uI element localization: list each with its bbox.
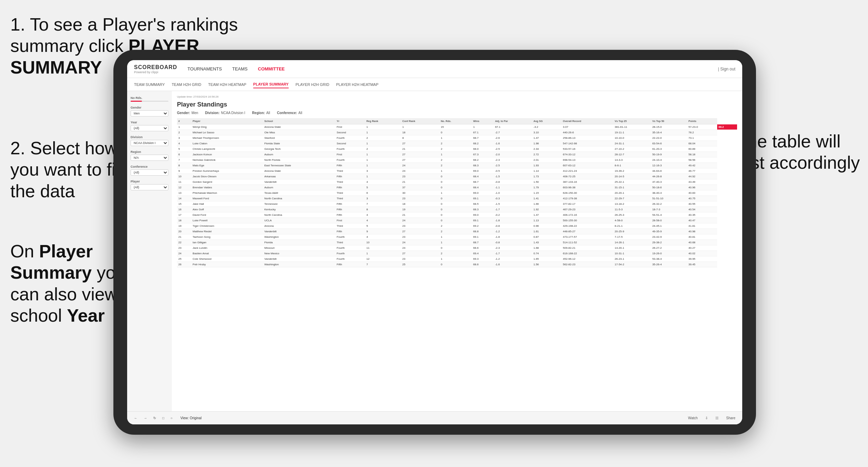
subnav-team-h2h-heatmap[interactable]: TEAM H2H HEATMAP — [208, 81, 246, 88]
table-row[interactable]: 19Tiger ChristensenArizonaThird523269.2-… — [177, 223, 737, 229]
bottom-toolbar: ← → ↻ □ ○ View: Original Watch ⇩ ☷ Share — [127, 411, 742, 424]
subnav-team-h2h-grid[interactable]: TEAM H2H GRID — [172, 81, 201, 88]
table-row[interactable]: 15Jake HallTennesseeFifth718068.5-1.51.6… — [177, 201, 737, 207]
subnav-player-summary[interactable]: PLAYER SUMMARY — [253, 81, 289, 88]
subnav-player-h2h-heatmap[interactable]: PLAYER H2H HEATMAP — [336, 81, 378, 88]
nav-committee[interactable]: COMMITTEE — [258, 65, 285, 73]
table-row[interactable]: 5Christo LamprechtGeorgia TechFourth2212… — [177, 146, 737, 152]
table-row[interactable]: 25Cole SherwoodVanderbiltFourth1223169.3… — [177, 256, 737, 262]
col-adj: Adj. to Par — [494, 118, 532, 124]
table-row[interactable]: 2Michael Le SassoOle MissSecond118067.1-… — [177, 130, 737, 135]
gender-select[interactable]: Men — [131, 110, 168, 116]
nav-tournaments[interactable]: TOURNAMENTS — [188, 65, 222, 73]
col-avg-sg: Avg SG — [532, 118, 562, 124]
player-select[interactable]: (All) — [131, 184, 168, 190]
col-wins: Wins — [472, 118, 494, 124]
table-row[interactable]: 8Mats EgeEast Tennessee StateFifth124268… — [177, 163, 737, 168]
main-content: No Rds. Gender Men Year (All) Division N… — [127, 91, 742, 411]
conference-label: Conference — [131, 165, 168, 168]
division-filter: Division: NCAA Division I — [205, 111, 245, 115]
table-row[interactable]: 11Gordon SargentVanderbiltThird421068.7-… — [177, 179, 737, 185]
region-label: Region — [131, 150, 168, 154]
col-vs50: Vs Top 50 — [651, 118, 687, 124]
division-select[interactable]: NCAA Division I — [131, 140, 168, 146]
table-row[interactable]: 22Ian GilliganFloridaThird1024168.7-0.81… — [177, 240, 737, 245]
table-row[interactable]: 18Luke PowellUCLAFirst424069.1-1.81.1350… — [177, 218, 737, 223]
view-label: View: Original — [180, 416, 202, 420]
year-bold: Year — [67, 305, 105, 325]
col-reg-rank: Reg Rank — [365, 118, 401, 124]
table-row[interactable]: 26Petr HrubyWashingtonFifth725068.6-1.61… — [177, 262, 737, 267]
refresh-button[interactable]: ↻ — [152, 415, 158, 421]
table-row[interactable]: 7Nicholas GabrelcikNorth FloridaFourth12… — [177, 157, 737, 163]
update-time: Update time: 27/03/2024 16:56:26 — [177, 95, 737, 98]
table-header: # Player School Yr Reg Rank Conf Rank No… — [177, 118, 737, 124]
navigation-bar: SCOREBOARD Powered by clippi TOURNAMENTS… — [127, 60, 742, 78]
table-body: 1Wenyi DingArizona StateFirst1115167.1-3… — [177, 124, 737, 267]
app-logo: SCOREBOARD Powered by clippi — [134, 64, 177, 74]
player-summary-bold: Player Summary — [10, 241, 93, 282]
grid-button[interactable]: ☷ — [714, 415, 720, 421]
col-player: Player — [191, 118, 263, 124]
nav-sign-out[interactable]: | Sign out — [718, 67, 735, 71]
col-school: School — [263, 118, 335, 124]
table-row[interactable]: 6Jackson KoivunAuburnFirst127167.3-2.02.… — [177, 152, 737, 157]
tablet-device: SCOREBOARD Powered by clippi TOURNAMENTS… — [113, 50, 756, 435]
share-button[interactable]: Share — [724, 415, 737, 421]
copy-button[interactable]: □ — [160, 415, 166, 421]
table-row[interactable]: 14Maxwell FordNorth CarolinaThird323069.… — [177, 196, 737, 201]
sub-navigation: TEAM SUMMARY TEAM H2H GRID TEAM H2H HEAT… — [127, 78, 742, 91]
subnav-team-summary[interactable]: TEAM SUMMARY — [134, 81, 165, 88]
col-num: # — [177, 118, 191, 124]
table-row[interactable]: 13Phichaisak MaichonTexas A&MThird630169… — [177, 190, 737, 196]
table-row[interactable]: 4Luke ClatonFlorida StateSecond127268.2-… — [177, 141, 737, 146]
table-filters: Gender: Men Division: NCAA Division I Re… — [177, 111, 737, 115]
table-row[interactable]: 9Preston SummerhaysArizona StateThird324… — [177, 168, 737, 174]
table-row[interactable]: 10Jacob Skov-OlesenArkansasFifth123068.4… — [177, 174, 737, 179]
col-no-rds: No. Rds. — [439, 118, 472, 124]
table-row[interactable]: 21Taehoon SongWashingtonFourth423169.1-1… — [177, 234, 737, 240]
export-button[interactable]: ⇩ — [703, 415, 710, 421]
col-yr: Yr — [335, 118, 365, 124]
table-title: Player Standings — [177, 101, 737, 108]
conference-select[interactable]: (All) — [131, 169, 168, 176]
no-rds-slider[interactable] — [131, 101, 168, 102]
clock-button[interactable]: ○ — [169, 415, 174, 421]
table-row[interactable]: 23Jack LundinMissouriFourth1124068.6-2.3… — [177, 245, 737, 251]
table-row[interactable]: 16Alex GoffKentuckyFifth819068.3-1.71.92… — [177, 207, 737, 212]
table-row[interactable]: 3Michael ThorbjornsenStanfordFourth28168… — [177, 135, 737, 141]
data-table-area: Update time: 27/03/2024 16:56:26 Player … — [172, 91, 742, 411]
conference-filter: Conference: All — [277, 111, 302, 115]
col-vs25: Vs Top 25 — [613, 118, 651, 124]
col-points: Points — [687, 118, 717, 124]
no-rds-label: No Rds. — [131, 96, 168, 100]
watch-button[interactable]: Watch — [686, 415, 699, 421]
toolbar-right: Watch ⇩ ☷ Share — [686, 415, 737, 421]
table-row[interactable]: 12Brendan ValdesAuburnFifth537068.4-1.11… — [177, 185, 737, 190]
standings-table: # Player School Yr Reg Rank Conf Rank No… — [177, 118, 737, 267]
region-filter: Region: All — [252, 111, 270, 115]
table-row[interactable]: 24Bastien AmatNew MexicoFourth127269.4-1… — [177, 251, 737, 256]
table-row[interactable]: 1Wenyi DingArizona StateFirst1115167.1-3… — [177, 124, 737, 130]
filter-sidebar: No Rds. Gender Men Year (All) Division N… — [127, 91, 172, 411]
logo-subtitle: Powered by clippi — [134, 70, 177, 74]
year-label: Year — [131, 121, 168, 124]
col-conf-rank: Conf Rank — [401, 118, 439, 124]
nav-links: TOURNAMENTS TEAMS COMMITTEE — [188, 65, 718, 73]
table-row[interactable]: 20Matthew RiedelVanderbiltFifth927268.8-… — [177, 229, 737, 234]
region-select[interactable]: N/A — [131, 155, 168, 161]
tablet-screen: SCOREBOARD Powered by clippi TOURNAMENTS… — [127, 60, 742, 424]
logo-title: SCOREBOARD — [134, 64, 177, 70]
gender-label: Gender — [131, 106, 168, 109]
col-overall: Overall Record — [561, 118, 613, 124]
table-row[interactable]: 17David FordNorth CarolinaFifth421069.0-… — [177, 212, 737, 218]
year-select[interactable]: (All) — [131, 125, 168, 131]
division-label: Division — [131, 135, 168, 139]
gender-filter: Gender: Men — [177, 111, 198, 115]
undo-button[interactable]: ← — [132, 415, 139, 421]
redo-button[interactable]: → — [142, 415, 149, 421]
player-label: Player — [131, 180, 168, 183]
subnav-player-h2h-grid[interactable]: PLAYER H2H GRID — [296, 81, 329, 88]
nav-teams[interactable]: TEAMS — [232, 65, 248, 73]
